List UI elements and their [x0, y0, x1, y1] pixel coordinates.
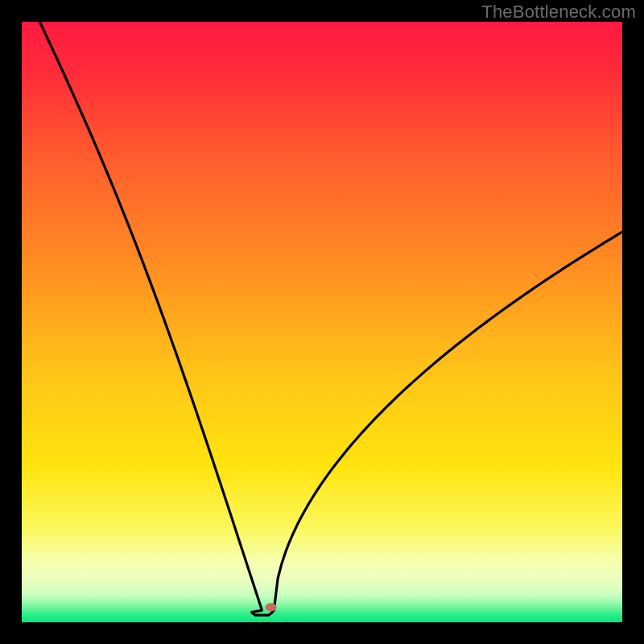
chart-frame: TheBottleneck.com [0, 0, 644, 644]
gradient-background [22, 22, 622, 622]
chart-svg [22, 22, 622, 622]
plot-area [22, 22, 622, 622]
watermark-text: TheBottleneck.com [481, 2, 636, 23]
minimum-marker [266, 603, 277, 611]
